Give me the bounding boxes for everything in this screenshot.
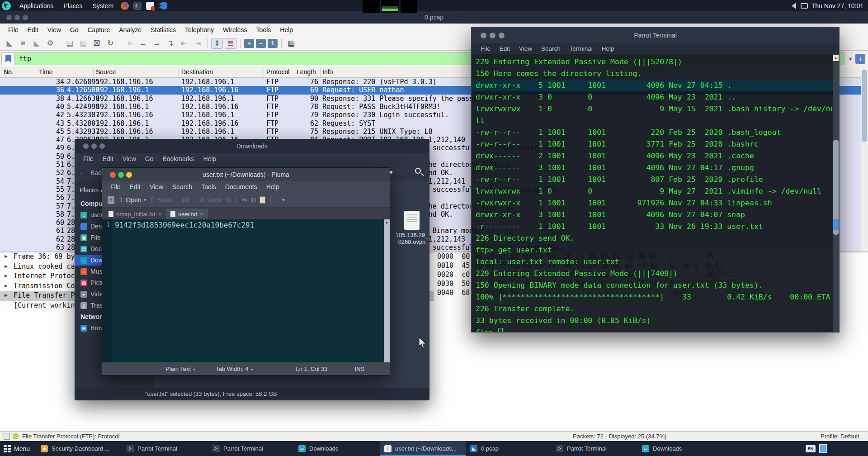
column-header-info[interactable]: Info <box>322 68 333 76</box>
cut-button[interactable]: ✂ <box>242 196 248 204</box>
capture-file-icon[interactable] <box>4 433 10 440</box>
capture-options-icon[interactable]: ⚙ <box>44 38 56 49</box>
pluma-menu-edit[interactable]: Edit <box>125 183 145 190</box>
editor-scrollbar[interactable] <box>384 219 390 362</box>
last-packet-icon[interactable]: ⇥ <box>192 38 203 49</box>
column-header-no[interactable]: No. <box>4 68 14 76</box>
window-maximize-icon[interactable] <box>499 33 505 38</box>
window-minimize-icon[interactable] <box>14 15 20 20</box>
window-close-icon[interactable] <box>6 15 12 20</box>
taskbar-item-parrot-terminal[interactable]: >Parrot Terminal <box>552 441 637 456</box>
firefox-icon[interactable] <box>121 2 129 10</box>
clock[interactable]: Thu Nov 27, 10:01 <box>811 2 863 10</box>
panel-menu-places[interactable]: Places <box>59 2 88 10</box>
taskbar-menu-button[interactable]: Menu <box>0 445 36 452</box>
parrot-menu-icon[interactable] <box>2 1 11 10</box>
terminal-menu-terminal[interactable]: Terminal <box>565 45 597 52</box>
column-header-destination[interactable]: Destination <box>181 68 213 76</box>
taskbar-item-security-dashboard-[interactable]: ◆Security Dashboard ... <box>36 441 122 456</box>
tab-close-icon[interactable]: × <box>200 211 203 218</box>
resize-columns-icon[interactable]: ▦ <box>285 38 297 49</box>
file-item-ovpn[interactable]: 105.136.29_ 0268.ovpn <box>392 211 432 245</box>
reload-file-icon[interactable]: ↻ <box>104 38 116 49</box>
taskbar-item-parrot-terminal[interactable]: >Parrot Terminal <box>122 441 208 456</box>
wireshark-titlebar[interactable]: 0.pcap <box>0 11 868 24</box>
redo-button[interactable]: ↻ <box>226 196 232 204</box>
ws-menu-edit[interactable]: Edit <box>23 26 43 33</box>
terminal-menu-edit[interactable]: Edit <box>495 45 514 52</box>
downloads-titlebar[interactable]: Downloads <box>75 139 429 153</box>
dl-menu-help[interactable]: Help <box>199 155 221 162</box>
zoom-out-icon[interactable]: − <box>256 39 266 48</box>
colorize-icon[interactable]: ≣ <box>225 38 236 49</box>
panel-menu-system[interactable]: System <box>88 2 119 10</box>
expander-icon[interactable]: ▶ <box>5 273 8 279</box>
dl-menu-file[interactable]: File <box>79 155 98 162</box>
display-icon[interactable] <box>801 3 808 9</box>
dl-menu-edit[interactable]: Edit <box>98 155 118 162</box>
pluma-menu-search[interactable]: Search <box>168 183 197 190</box>
pluma-menu-tools[interactable]: Tools <box>197 183 221 190</box>
terminal-menu-help[interactable]: Help <box>597 45 619 52</box>
goto-packet-icon[interactable]: ↴ <box>165 38 176 49</box>
save-file-icon[interactable]: ▦ <box>77 38 89 49</box>
ws-menu-view[interactable]: View <box>43 26 66 33</box>
ws-menu-capture[interactable]: Capture <box>83 26 114 33</box>
pluma-menu-view[interactable]: View <box>145 183 168 190</box>
filter-add-icon[interactable]: + <box>855 54 865 64</box>
window-close-icon[interactable] <box>481 33 486 38</box>
scroll-up-icon[interactable]: ▲ <box>833 55 839 61</box>
ws-menu-file[interactable]: File <box>4 26 23 33</box>
close-file-icon[interactable]: ☒ <box>91 38 103 49</box>
pluma-titlebar[interactable]: user.txt (~/Downloads) - Pluma <box>102 168 390 181</box>
taskbar-item-parrot-terminal[interactable]: >Parrot Terminal <box>208 441 294 456</box>
ws-menu-tools[interactable]: Tools <box>252 26 276 33</box>
window-close-icon[interactable] <box>110 172 116 178</box>
taskbar-item-user-txt-downloads-[interactable]: /user.txt (~/Downloads... <box>380 441 466 456</box>
tab-close-icon[interactable]: × <box>158 211 162 218</box>
terminal-output[interactable]: 229 Entering Extended Passive Mode (|||5… <box>472 54 833 332</box>
terminal-launcher-icon[interactable]: $_ <box>133 2 142 10</box>
column-divider[interactable] <box>294 68 294 77</box>
column-divider[interactable] <box>93 68 94 77</box>
column-header-protocol[interactable]: Protocol <box>266 68 289 76</box>
filter-dropdown-icon[interactable]: ▼ <box>845 56 855 62</box>
terminal-titlebar[interactable]: Parrot Terminal <box>472 28 839 43</box>
paste-button[interactable] <box>259 196 265 204</box>
column-header-source[interactable]: Source <box>96 68 116 76</box>
terminal-menu-file[interactable]: File <box>476 45 495 52</box>
undo-button[interactable]: ↺ Undo <box>199 196 222 204</box>
auto-scroll-icon[interactable]: ⇟ <box>211 38 223 49</box>
expander-icon[interactable]: ▶ <box>5 292 8 298</box>
tab-nmap_initial-txt[interactable]: nmap_initial.txt× <box>104 209 166 219</box>
back-icon[interactable]: ← <box>137 38 149 49</box>
editor-area[interactable]: 1 9142f3d1853069eec1c20a10be67c291 <box>102 219 390 362</box>
taskbar-item-downloads[interactable]: ▱Downloads <box>294 441 380 456</box>
window-close-icon[interactable] <box>83 143 89 149</box>
expander-icon[interactable]: ▶ <box>5 283 8 289</box>
ws-menu-analyze[interactable]: Analyze <box>114 26 146 33</box>
profile-label[interactable]: Profile: Default <box>821 433 859 440</box>
dl-menu-bookmarks[interactable]: Bookmarks <box>158 155 198 162</box>
terminal-menu-search[interactable]: Search <box>537 45 565 52</box>
ws-menu-statistics[interactable]: Statistics <box>146 26 180 33</box>
dl-menu-go[interactable]: Go <box>141 155 158 162</box>
ws-menu-go[interactable]: Go <box>66 26 83 33</box>
save-button[interactable]: ⇩ Save <box>150 196 172 204</box>
expert-info-icon[interactable] <box>13 433 19 439</box>
ws-menu-wireless[interactable]: Wireless <box>218 26 252 33</box>
taskbar-item-0-pcap[interactable]: ◣0.pcap <box>466 441 552 456</box>
text-editor-icon[interactable] <box>146 2 154 10</box>
search-icon[interactable] <box>415 168 421 174</box>
terminal-menu-view[interactable]: View <box>514 45 537 52</box>
pluma-menu-help[interactable]: Help <box>262 183 284 190</box>
pluma-menu-documents[interactable]: Documents <box>221 183 262 190</box>
window-maximize-icon[interactable] <box>23 15 28 20</box>
ws-menu-telephony[interactable]: Telephony <box>180 26 218 33</box>
open-button[interactable]: ⇧ Open ▾ <box>118 196 146 204</box>
tab-user-txt[interactable]: user.txt× <box>166 209 208 219</box>
new-document-button[interactable]: + <box>108 196 114 204</box>
column-divider[interactable] <box>320 68 321 77</box>
ws-menu-help[interactable]: Help <box>275 26 297 33</box>
tray-window-icon[interactable] <box>819 444 827 453</box>
